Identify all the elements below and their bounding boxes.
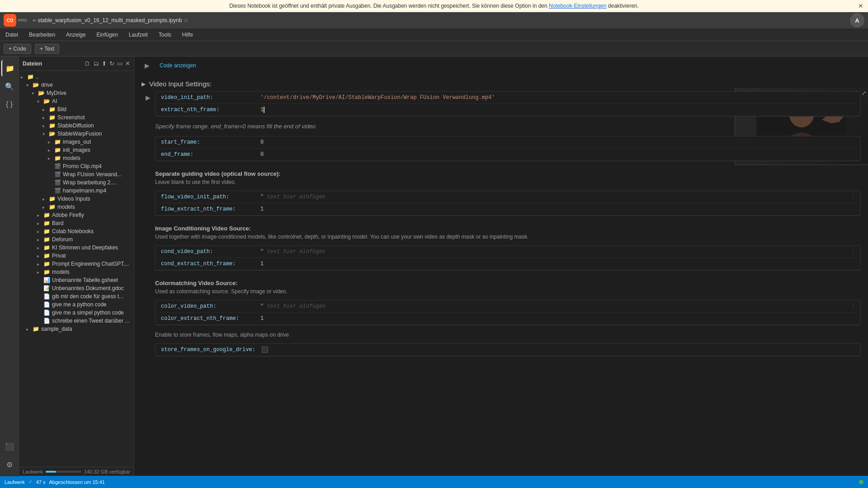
tree-item-models3[interactable]: ▸📁models (19, 268, 134, 276)
menu-anzeige[interactable]: Anzeige (64, 31, 87, 39)
title-bar: CO PRO ✏ stable_warpfusion_v0_16_12_mult… (0, 12, 868, 28)
tree-item-promo_clip[interactable]: 🎬Promo Clip.mp4 (19, 162, 134, 170)
tree-item-stablewarpfusion[interactable]: ▾📂StableWarpFusion (19, 130, 134, 138)
tree-item-dotdot[interactable]: ▸📁.. (19, 73, 134, 81)
search-rail-icon[interactable]: 🔍 (1, 78, 18, 94)
tree-item-give_simpel[interactable]: 📄give me a simpel python code (19, 309, 134, 317)
cond-extract-nth-row: cond_extract_nth_frame: 1 (156, 258, 860, 270)
menu-tools[interactable]: Tools (157, 31, 173, 39)
settings-rail-icon[interactable]: ⚙ (1, 456, 18, 473)
tree-label-colab_notebooks: Colab Notebooks (52, 228, 94, 235)
run-main-cell-btn[interactable]: ▶ (142, 92, 153, 103)
menu-laufzeit[interactable]: Laufzeit (127, 31, 150, 39)
tree-arrow-prompt_engineering: ▸ (37, 262, 43, 267)
menu-datei[interactable]: Datei (4, 31, 20, 39)
video-init-path-value[interactable]: '/content/drive/MyDrive/AI/StableWarpFus… (260, 94, 495, 101)
file-tree: ▸📁..▾📂drive▾📂MyDrive▾📂AI▸📁Bild▸📁Screensh… (19, 71, 134, 467)
tree-item-privat[interactable]: ▸📁Privat (19, 252, 134, 260)
extract-nth-frame-key: extract_nth_frame: (161, 107, 260, 113)
tree-item-drive[interactable]: ▾📂drive (19, 81, 134, 89)
tree-item-hampelmann[interactable]: 🎬hampelmann.mp4 (19, 187, 134, 195)
cond-extract-nth-value[interactable]: 1 (260, 261, 264, 267)
menu-bearbeiten[interactable]: Bearbeiten (27, 31, 57, 39)
webcam-expand-icon[interactable]: ⤢ (862, 90, 866, 96)
tree-label-privat: Privat (52, 253, 66, 259)
tree-icon-ki_stimmen: 📁 (43, 244, 50, 251)
star-icon: ☆ (184, 17, 189, 23)
tree-label-prompt_engineering: Prompt Engineering ChatGPT,... (52, 261, 129, 267)
tree-icon-unbenanntes_dok: 📝 (43, 285, 50, 291)
tree-item-adobe_firefly[interactable]: ▸📁Adobe Firefly (19, 211, 134, 219)
terminal-icon[interactable]: ⬛ (1, 438, 18, 455)
sidebar-new-folder-icon[interactable]: 🗂 (93, 60, 99, 67)
user-avatar[interactable]: A (850, 13, 864, 28)
tree-item-models2[interactable]: ▸📁models (19, 203, 134, 211)
file-tab[interactable]: ✏ stable_warpfusion_v0_16_12_multi_maske… (33, 17, 189, 23)
menu-hilfe[interactable]: Hilfe (180, 31, 195, 39)
sidebar-minimize-icon[interactable]: ▭ (117, 60, 123, 67)
tree-item-mydrive[interactable]: ▾📂MyDrive (19, 89, 134, 97)
notebook-settings-link[interactable]: Notebook-Einstellungen (549, 3, 606, 9)
tree-item-wrap_bearbeitung[interactable]: 🎬Wrap bearbeitung 2.... (19, 178, 134, 187)
cell-wrapper-image-cond: cond_video_path: " text hier einfügen ⋮ … (142, 245, 861, 271)
scroll-indicator-1: ⋮ (851, 194, 856, 200)
files-icon[interactable]: 📁 (1, 60, 18, 76)
tree-item-deforum[interactable]: ▸📁Deforum (19, 235, 134, 244)
tree-label-videos_inputs: Videos Inputs (57, 196, 90, 202)
add-text-button[interactable]: + Text (35, 44, 59, 54)
tree-arrow-models3: ▸ (37, 270, 43, 275)
tree-arrow-dotdot: ▸ (21, 75, 27, 80)
tree-label-gib_mir_den_code: gib mir den code für guess t... (52, 293, 123, 300)
tree-item-bard[interactable]: ▸📁Bard (19, 219, 134, 227)
tree-item-schreibe_tweet[interactable]: 📄schreibe einen Tweet darüber ... (19, 317, 134, 325)
sidebar-upload-icon[interactable]: ⬆ (102, 60, 107, 67)
tree-arrow-deforum: ▸ (37, 237, 43, 242)
tree-item-sample_data[interactable]: ▸📁sample_data (19, 325, 134, 333)
sidebar-close-icon[interactable]: ✕ (125, 60, 130, 67)
tree-icon-ai: 📂 (43, 98, 50, 104)
tree-item-colab_notebooks[interactable]: ▸📁Colab Notebooks (19, 227, 134, 235)
tree-icon-prompt_engineering: 📁 (43, 261, 50, 267)
tree-item-models[interactable]: ▸📁models (19, 154, 134, 162)
color-video-path-value[interactable]: " text hier einfügen (260, 303, 326, 310)
sidebar-new-file-icon[interactable]: 🗋 (85, 60, 90, 67)
tree-item-screenshot[interactable]: ▸📁Screenshot (19, 113, 134, 122)
add-code-button[interactable]: + Code (4, 44, 31, 54)
tree-item-wrap_fusion[interactable]: 🎬Wrap FUsion Verwand... (19, 170, 134, 178)
code-icon[interactable]: { } (1, 96, 18, 113)
end-frame-value[interactable]: 0 (260, 151, 264, 158)
tree-item-prompt_engineering[interactable]: ▸📁Prompt Engineering ChatGPT,... (19, 260, 134, 268)
tree-item-ki_stimmen[interactable]: ▸📁KI Stimmen und Deepfakes (19, 244, 134, 252)
extract-nth-frame-value[interactable]: 1 (260, 107, 264, 113)
tree-item-bild[interactable]: ▸📁Bild (19, 105, 134, 113)
tree-arrow-adobe_firefly: ▸ (37, 213, 43, 218)
sidebar-refresh-icon[interactable]: ↻ (109, 60, 114, 67)
cond-video-path-row: cond_video_path: " text hier einfügen ⋮ (156, 246, 860, 258)
tree-item-images_out[interactable]: ▸📁images_out (19, 138, 134, 146)
menu-einfuegen[interactable]: Einfügen (94, 31, 119, 39)
start-frame-value[interactable]: 0 (260, 139, 264, 145)
tree-item-unbenanntes_dok[interactable]: 📝Unbenanntes Dokument.gdoc (19, 284, 134, 292)
tree-item-gib_mir_den_code[interactable]: 📄gib mir den code für guess t... (19, 292, 134, 300)
flow-extract-nth-value[interactable]: 1 (260, 206, 264, 212)
tree-item-ai[interactable]: ▾📂AI (19, 97, 134, 105)
tree-icon-videos_inputs: 📁 (49, 196, 56, 202)
tree-item-videos_inputs[interactable]: ▸📁Videos Inputs (19, 195, 134, 203)
tree-arrow-init_images: ▸ (48, 148, 54, 153)
tree-item-stablediffusion[interactable]: ▸📁StableDiffusion (19, 122, 134, 130)
cond-extract-nth-key: cond_extract_nth_frame: (161, 261, 260, 267)
cond-video-path-value[interactable]: " text hier einfügen (260, 249, 326, 255)
flow-video-path-value[interactable]: " text hier einfügen (260, 194, 326, 200)
section-collapse-arrow[interactable]: ▶ (142, 81, 146, 87)
store-frames-checkbox[interactable] (262, 347, 268, 353)
storage-label: Laufwerk (23, 469, 43, 474)
tree-icon-stablewarpfusion: 📂 (49, 131, 56, 137)
tree-item-unbenannte_tabelle[interactable]: 📊Unbenannte Tabelle.gsheet (19, 276, 134, 284)
color-extract-nth-value[interactable]: 1 (260, 315, 264, 322)
tree-item-init_images[interactable]: ▸📁init_images (19, 146, 134, 154)
notification-close[interactable]: ✕ (858, 2, 863, 9)
tree-item-give_python[interactable]: 📄give me a python code (19, 300, 134, 309)
storage-value: 140.32 GB verfügbar (84, 469, 130, 474)
run-cell-btn-top[interactable]: ▶ (142, 60, 152, 71)
code-anzeigen-link[interactable]: Code anzeigen (156, 61, 200, 70)
